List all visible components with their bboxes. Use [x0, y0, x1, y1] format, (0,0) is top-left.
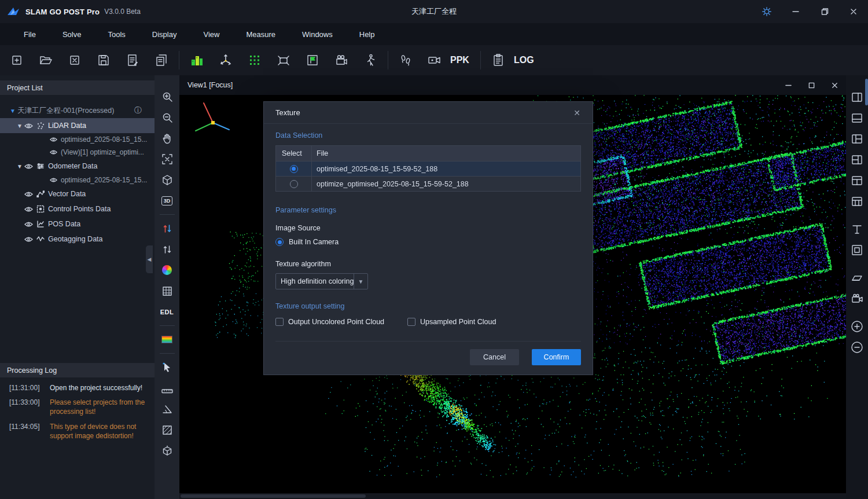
menu-help[interactable]: Help [346, 23, 388, 45]
new-project-icon[interactable] [2, 47, 31, 74]
zoom-minus-circle-icon[interactable] [849, 339, 865, 355]
report-icon[interactable] [118, 47, 147, 74]
menu-tools[interactable]: Tools [94, 23, 138, 45]
sort-arrows-icon[interactable] [159, 241, 176, 258]
tsquare-icon[interactable] [849, 221, 865, 237]
menu-windows[interactable]: Windows [289, 23, 346, 45]
eye-icon[interactable] [24, 206, 33, 212]
eye-icon[interactable] [24, 236, 33, 243]
table-row-optimize-optimised[interactable]: optimize_optimised_2025-08-15_15-59-52_1… [276, 176, 580, 191]
box-panel-icon[interactable] [849, 242, 865, 258]
height-color-arrows-icon[interactable] [159, 220, 176, 237]
image-source-option[interactable]: Built In Camera [275, 238, 581, 246]
eye-icon[interactable] [24, 123, 33, 129]
pedestrian-mode-icon[interactable] [356, 47, 385, 74]
tree-item-odometer-file[interactable]: optimised_2025-08-15_15... [0, 174, 155, 186]
tree-item-lidar-data[interactable]: ▼ LiDAR Data [0, 118, 155, 133]
angle-measure-icon[interactable] [159, 401, 176, 417]
menu-measure[interactable]: Measure [233, 23, 289, 45]
radio-button[interactable] [290, 180, 298, 188]
tree-root-project[interactable]: ▼ 天津工厂全程-001(Processed) ⓘ [0, 103, 155, 118]
fit-view-icon[interactable] [159, 151, 176, 167]
intensity-grid-icon[interactable] [159, 282, 176, 299]
colorize-pointcloud-icon[interactable] [182, 47, 211, 74]
gradient-ramp-icon[interactable] [159, 331, 176, 348]
caret-down-icon[interactable]: ▼ [15, 123, 24, 129]
ruler-measure-icon[interactable] [159, 380, 176, 397]
checkbox-output-uncolored[interactable]: Output Uncolored Point Cloud [275, 318, 384, 326]
save-project-icon[interactable] [89, 47, 118, 74]
flat-plane-icon[interactable] [849, 270, 865, 286]
maximize-button[interactable] [810, 0, 839, 23]
eye-icon[interactable] [24, 191, 33, 197]
tree-item-control-points-data[interactable]: ▼ Control Points Data [0, 201, 155, 217]
tree-item-optimised-file[interactable]: optimised_2025-08-15_15... [0, 133, 155, 146]
color-wheel-icon[interactable] [159, 262, 176, 278]
tree-item-geotagging-data[interactable]: ▼ Geotagging Data [0, 232, 155, 247]
caret-down-icon[interactable]: ▼ [8, 108, 17, 114]
edl-toggle[interactable]: EDL [159, 303, 176, 320]
panel-layout-icon-2[interactable] [849, 110, 865, 126]
zoom-out-icon[interactable] [159, 109, 176, 126]
view-maximize-button[interactable] [800, 75, 823, 95]
flag-marker-icon[interactable] [298, 47, 327, 74]
panel-layout-icon-5[interactable] [849, 173, 865, 189]
camera-capture-icon[interactable] [327, 47, 356, 74]
eye-icon[interactable] [50, 137, 57, 142]
pan-hand-icon[interactable] [159, 130, 176, 146]
panel-layout-icon-1[interactable] [849, 89, 865, 105]
tree-item-view-optimize-file[interactable]: (View)[1] optimize_optimi... [0, 146, 155, 159]
dialog-close-icon[interactable]: ✕ [569, 105, 584, 120]
log-label[interactable]: LOG [514, 55, 534, 65]
sidebar-collapse-handle[interactable]: ◀ [146, 245, 153, 273]
confirm-button[interactable]: Confirm [532, 349, 581, 365]
menu-view[interactable]: View [190, 23, 233, 45]
texture-algorithm-dropdown[interactable]: High definition coloring ▼ [275, 273, 368, 289]
ppk-label[interactable]: PPK [450, 55, 469, 65]
tree-item-vector-data[interactable]: ▼ Vector Data [0, 186, 155, 201]
log-clipboard-icon[interactable] [484, 47, 513, 74]
eye-icon[interactable] [50, 149, 57, 155]
batch-process-icon[interactable] [147, 47, 176, 74]
cube-3d-icon[interactable] [159, 171, 176, 188]
eye-icon[interactable] [50, 177, 57, 183]
menu-solve[interactable]: Solve [49, 23, 95, 45]
close-project-icon[interactable] [60, 47, 89, 74]
volume-measure-icon[interactable] [159, 442, 176, 459]
checkbox-upsampled[interactable]: Upsampled Point Cloud [407, 318, 496, 326]
zoom-plus-circle-icon[interactable] [849, 318, 865, 335]
panel-layout-icon-3[interactable] [849, 131, 865, 147]
film-camera-icon[interactable] [849, 291, 865, 307]
view-minimize-button[interactable] [777, 75, 800, 95]
open-project-icon[interactable] [31, 47, 60, 74]
chevron-down-icon[interactable]: ▼ [354, 274, 367, 289]
view-horizontal-scrollbar[interactable] [179, 493, 846, 499]
view-3d-toggle[interactable]: 3D [159, 192, 176, 209]
view-close-button[interactable] [823, 75, 846, 95]
footprints-icon[interactable] [391, 47, 420, 74]
view-titlebar[interactable]: View1 [Focus] [179, 75, 846, 95]
info-icon[interactable]: ⓘ [134, 105, 142, 116]
crop-dimension-icon[interactable] [269, 47, 298, 74]
checkbox[interactable] [275, 318, 284, 326]
settings-gear-icon[interactable] [752, 0, 781, 23]
radio-button[interactable] [275, 238, 284, 246]
axis-align-icon[interactable] [211, 47, 240, 74]
ppk-video-icon[interactable] [420, 47, 449, 74]
eye-icon[interactable] [24, 163, 33, 170]
tree-item-pos-data[interactable]: ▼ POS Data [0, 217, 155, 232]
checkbox[interactable] [407, 318, 415, 326]
radio-button[interactable] [290, 165, 298, 173]
cancel-button[interactable]: Cancel [470, 349, 519, 365]
menu-display[interactable]: Display [139, 23, 190, 45]
texture-dialog-header[interactable]: Texture ✕ [264, 102, 593, 124]
close-button[interactable] [839, 0, 868, 23]
grid-filter-icon[interactable] [240, 47, 269, 74]
panel-layout-icon-4[interactable] [849, 152, 865, 168]
tree-item-odometer-data[interactable]: ▼ Odometer Data [0, 159, 155, 174]
select-cursor-icon[interactable] [159, 359, 176, 376]
minimize-button[interactable] [781, 0, 810, 23]
area-measure-icon[interactable] [159, 421, 176, 438]
table-row-optimised[interactable]: optimised_2025-08-15_15-59-52_188 [276, 161, 580, 176]
app-vertical-scrollbar-thumb[interactable] [865, 79, 868, 105]
